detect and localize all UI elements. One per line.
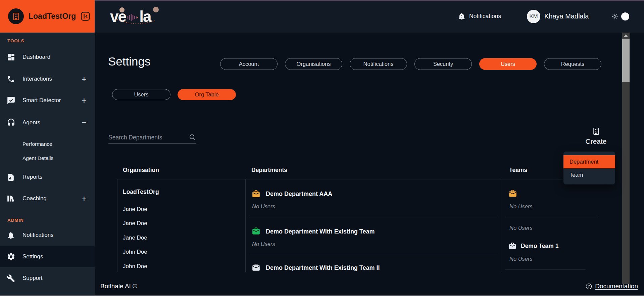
building-icon <box>11 12 21 21</box>
row-divider <box>505 217 598 217</box>
brand-copyright: Botlhale AI © <box>100 283 137 290</box>
briefcase-icon <box>508 189 517 198</box>
menu-item-team[interactable]: Team <box>563 168 615 181</box>
notifications-label: Notifications <box>469 13 501 20</box>
org-row: John Doe <box>123 249 147 255</box>
scroll-up-arrow-icon[interactable] <box>624 34 628 37</box>
table-left-border <box>117 179 117 272</box>
org-switcher[interactable]: LoadTestOrg <box>0 0 95 33</box>
column-divider <box>245 179 246 272</box>
sidebar-item-label: Interactions <box>22 76 52 82</box>
sidebar-item-label: Coaching <box>22 195 47 202</box>
collapse-minus-icon[interactable]: − <box>82 118 87 127</box>
team-users: No Users <box>509 225 533 231</box>
vertical-scrollbar[interactable] <box>622 33 630 284</box>
briefcase-icon <box>508 242 516 250</box>
app-window: LoadTestOrg TOOLS Dashboard <box>0 0 644 296</box>
collapse-sidebar-icon[interactable] <box>80 11 91 22</box>
sidebar-item-settings[interactable]: Settings <box>0 246 95 267</box>
table-header-divider <box>117 179 614 179</box>
topbar-user-menu[interactable]: KM Khaya Madlala <box>527 0 589 33</box>
subtab-org-table[interactable]: Org Table <box>178 89 236 100</box>
column-header-teams: Teams <box>509 167 527 174</box>
documentation-label: Documentation <box>595 283 638 290</box>
briefcase-icon <box>252 227 260 236</box>
topbar: ve la Notifications KM <box>95 0 644 33</box>
row-divider <box>505 269 586 270</box>
theme-toggle-knob[interactable] <box>621 12 629 20</box>
page-title: Settings <box>108 55 150 68</box>
expand-plus-icon[interactable]: + <box>82 75 87 83</box>
users-subtabs: Users Org Table <box>112 89 236 100</box>
report-file-icon <box>7 173 15 181</box>
notification-alert-icon <box>458 12 466 20</box>
expand-plus-icon[interactable]: + <box>82 194 87 203</box>
sidebar-subitem-performance[interactable]: Performance <box>22 141 52 147</box>
org-name: LoadTestOrg <box>29 12 76 21</box>
org-row: Jane Doe <box>123 206 147 213</box>
expand-plus-icon[interactable]: + <box>82 96 87 105</box>
sidebar-item-agents[interactable]: Agents − <box>0 115 95 130</box>
create-label: Create <box>585 137 606 145</box>
sidebar-item-coaching[interactable]: Coaching + <box>0 191 95 206</box>
department-users: No Users <box>252 203 275 210</box>
column-divider <box>501 179 501 272</box>
department-name[interactable]: Demo Department AAA <box>266 191 332 198</box>
tab-users[interactable]: Users <box>479 58 537 70</box>
logo-dotted-arc <box>116 19 158 27</box>
section-label-tools: TOOLS <box>7 38 24 43</box>
sidebar-item-dashboard[interactable]: Dashboard <box>0 50 95 65</box>
wrench-icon <box>7 274 15 283</box>
logo-face-photo <box>119 7 125 12</box>
user-name: Khaya Madlala <box>544 12 589 20</box>
team-users: No Users <box>509 256 533 262</box>
main-content: Settings Account Organisations Notificat… <box>95 33 644 296</box>
vela-logo[interactable]: ve la <box>110 6 151 27</box>
tab-requests[interactable]: Requests <box>544 58 601 70</box>
sidebar-item-label: Support <box>22 275 43 282</box>
org-row: Jane Doe <box>123 235 147 241</box>
tab-account[interactable]: Account <box>220 58 278 70</box>
sidebar-item-reports[interactable]: Reports <box>0 170 95 184</box>
dashboard-icon <box>7 53 15 61</box>
tab-notifications[interactable]: Notifications <box>350 58 407 70</box>
department-name[interactable]: Demo Department With Existing Team <box>266 228 375 235</box>
documentation-link[interactable]: ? Documentation <box>585 283 638 290</box>
gear-icon <box>7 252 15 261</box>
row-divider <box>249 253 497 253</box>
section-label-admin: ADMIN <box>7 218 24 223</box>
search-departments-field <box>108 129 196 143</box>
sidebar-item-interactions[interactable]: Interactions + <box>0 72 95 86</box>
sun-icon <box>611 13 618 20</box>
help-icon: ? <box>585 283 592 290</box>
sidebar-subitem-agent-details[interactable]: Agent Details <box>22 155 53 161</box>
sidebar-item-support[interactable]: Support <box>0 268 95 289</box>
sidebar-item-label: Reports <box>22 174 43 180</box>
search-input[interactable] <box>108 134 186 141</box>
department-name[interactable]: Demo Department With Existing Team II <box>266 264 380 271</box>
theme-toggle[interactable] <box>611 0 629 33</box>
search-icon[interactable] <box>189 133 196 141</box>
org-row: LoadTestOrg <box>123 188 159 196</box>
sidebar-item-smart-detector[interactable]: Smart Detector + <box>0 93 95 108</box>
logo-face-photo <box>153 7 159 12</box>
row-divider <box>249 217 497 217</box>
topbar-notifications[interactable]: Notifications <box>458 0 501 33</box>
sidebar-item-notifications[interactable]: Notifications <box>0 228 95 243</box>
chat-check-icon <box>7 96 15 105</box>
tab-organisations[interactable]: Organisations <box>285 58 342 70</box>
sidebar: LoadTestOrg TOOLS Dashboard <box>0 0 95 296</box>
create-dropdown-menu: Department Team <box>563 152 615 184</box>
subtab-users[interactable]: Users <box>112 89 170 100</box>
sidebar-item-label: Smart Detector <box>22 97 61 104</box>
scrollbar-thumb[interactable] <box>622 39 630 82</box>
org-row: Jane Doe <box>123 220 147 227</box>
menu-item-department[interactable]: Department <box>563 155 615 168</box>
tab-security[interactable]: Security <box>414 58 472 70</box>
organisation-logo <box>8 8 24 24</box>
user-avatar[interactable]: KM <box>527 10 540 23</box>
team-name[interactable]: Demo Team 1 <box>521 243 559 250</box>
sidebar-item-label: Dashboard <box>22 54 50 60</box>
column-header-organisation: Organisation <box>123 167 159 174</box>
create-button[interactable]: Create <box>579 127 613 145</box>
